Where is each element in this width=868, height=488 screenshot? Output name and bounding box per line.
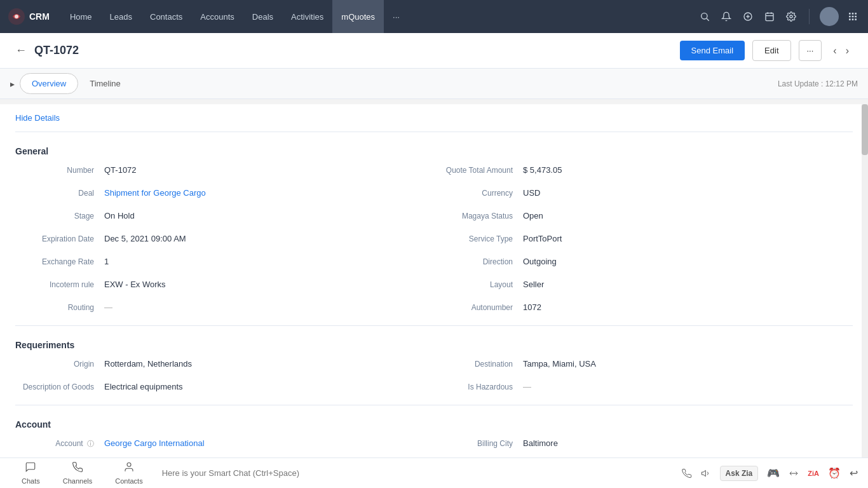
field-is-hazardous: Is Hazardous — bbox=[434, 377, 853, 400]
back-button[interactable]: ← bbox=[15, 44, 27, 57]
layout-label: Layout bbox=[434, 280, 523, 289]
general-section-header: General bbox=[0, 137, 868, 160]
field-currency: Currency USD bbox=[434, 183, 853, 206]
requirements-section-header: Requeriments bbox=[0, 331, 868, 354]
tabs-bar: ▸ Overview Timeline Last Update : 12:12 … bbox=[0, 69, 868, 99]
nav-more[interactable]: ··· bbox=[384, 0, 409, 33]
destination-label: Destination bbox=[434, 359, 523, 369]
tabs-toggle-icon[interactable]: ▸ bbox=[10, 79, 15, 89]
field-account: Account ⓘ George Cargo International bbox=[15, 433, 434, 456]
hide-details-link[interactable]: Hide Details bbox=[15, 113, 60, 123]
field-description-of-goods: Description of Goods Electrical equipmen… bbox=[15, 377, 434, 400]
user-avatar[interactable] bbox=[820, 7, 839, 26]
field-incoterm-rule: Incoterm rule EXW - Ex Works bbox=[15, 274, 434, 297]
is-hazardous-label: Is Hazardous bbox=[434, 382, 523, 391]
number-value: QT-1072 bbox=[104, 165, 137, 175]
last-update-label: Last Update : 12:12 PM bbox=[778, 79, 858, 88]
field-deal: Deal Shipment for George Cargo bbox=[15, 183, 434, 206]
svg-point-11 bbox=[790, 15, 792, 18]
scrollbar-thumb[interactable] bbox=[862, 104, 868, 155]
field-layout: Layout Seller bbox=[434, 274, 853, 297]
grid-icon[interactable] bbox=[845, 9, 860, 24]
field-origin: Origin Rotterdam, Netherlands bbox=[15, 354, 434, 377]
account-label: Account ⓘ bbox=[15, 438, 104, 449]
nav-deals[interactable]: Deals bbox=[243, 0, 282, 33]
svg-rect-7 bbox=[766, 13, 773, 21]
calendar-icon[interactable] bbox=[762, 9, 777, 24]
number-label: Number bbox=[15, 165, 104, 175]
quote-total-amount-value: $ 5,473.05 bbox=[523, 165, 562, 175]
search-icon[interactable] bbox=[697, 9, 712, 24]
svg-rect-12 bbox=[849, 13, 851, 15]
send-email-button[interactable]: Send Email bbox=[680, 41, 745, 60]
bottom-chats[interactable]: Chats bbox=[10, 461, 51, 463]
contacts-bottom-icon bbox=[123, 461, 135, 463]
field-exchange-rate: Exchange Rate 1 bbox=[15, 252, 434, 274]
nav-activities[interactable]: Activities bbox=[282, 0, 332, 33]
billing-city-label: Billing City bbox=[434, 438, 523, 448]
channels-icon bbox=[72, 461, 83, 463]
edit-button[interactable]: Edit bbox=[752, 40, 790, 61]
bottom-contacts[interactable]: Contacts bbox=[104, 461, 154, 463]
field-number: Number QT-1072 bbox=[15, 160, 434, 183]
field-direction: Direction Outgoing bbox=[434, 252, 853, 274]
svg-rect-16 bbox=[852, 16, 854, 18]
svg-rect-17 bbox=[855, 16, 857, 18]
quote-total-amount-label: Quote Total Amount bbox=[434, 165, 523, 175]
requirements-left-col: Origin Rotterdam, Netherlands Descriptio… bbox=[15, 354, 434, 400]
svg-point-1 bbox=[15, 15, 18, 18]
nav-home[interactable]: Home bbox=[61, 0, 101, 33]
destination-value: Tampa, Miami, USA bbox=[523, 359, 596, 369]
add-icon[interactable] bbox=[740, 9, 756, 24]
exchange-rate-label: Exchange Rate bbox=[15, 257, 104, 266]
tab-timeline[interactable]: Timeline bbox=[78, 74, 132, 93]
autonumber-value: 1072 bbox=[523, 302, 541, 312]
routing-value: — bbox=[104, 302, 112, 312]
topnav-right-icons bbox=[697, 7, 860, 26]
main-content: Hide Details General Number QT-1072 Deal… bbox=[0, 104, 868, 463]
record-header: ← QT-1072 Send Email Edit ··· ‹ › bbox=[0, 33, 868, 69]
hide-details-header: Hide Details bbox=[0, 104, 868, 126]
incoterm-rule-label: Incoterm rule bbox=[15, 280, 104, 289]
svg-rect-19 bbox=[852, 18, 854, 20]
notification-icon[interactable] bbox=[719, 9, 734, 24]
bottom-bar: Chats Channels Contacts Ask Zia 🎮 ZiA ⏰ … bbox=[0, 458, 868, 463]
nav-leads[interactable]: Leads bbox=[101, 0, 141, 33]
general-left-col: Number QT-1072 Deal Shipment for George … bbox=[15, 160, 434, 320]
nav-accounts[interactable]: Accounts bbox=[191, 0, 243, 33]
svg-line-3 bbox=[707, 18, 709, 21]
magaya-status-label: Magaya Status bbox=[434, 211, 523, 220]
description-of-goods-label: Description of Goods bbox=[15, 382, 104, 391]
incoterm-rule-value: EXW - Ex Works bbox=[104, 280, 166, 289]
field-magaya-status: Magaya Status Open bbox=[434, 206, 853, 229]
svg-rect-20 bbox=[855, 18, 857, 20]
routing-label: Routing bbox=[15, 302, 104, 312]
nav-contacts[interactable]: Contacts bbox=[141, 0, 191, 33]
record-navigation: ‹ › bbox=[829, 43, 853, 59]
prev-record-button[interactable]: ‹ bbox=[829, 43, 840, 59]
expiration-date-value: Dec 5, 2021 09:00 AM bbox=[104, 234, 186, 243]
field-autonumber: Autonumber 1072 bbox=[434, 297, 853, 320]
magaya-status-value: Open bbox=[523, 211, 543, 220]
more-options-button[interactable]: ··· bbox=[799, 40, 822, 61]
app-logo[interactable]: CRM bbox=[8, 8, 50, 25]
svg-rect-13 bbox=[852, 13, 854, 15]
svg-rect-15 bbox=[849, 16, 851, 18]
account-left-col: Account ⓘ George Cargo International bbox=[15, 433, 434, 456]
requirements-right-col: Destination Tampa, Miami, USA Is Hazardo… bbox=[434, 354, 853, 400]
scrollbar-track[interactable] bbox=[862, 104, 868, 463]
bottom-channels[interactable]: Channels bbox=[51, 461, 104, 463]
general-right-col: Quote Total Amount $ 5,473.05 Currency U… bbox=[434, 160, 853, 320]
account-section-title: Account bbox=[15, 419, 51, 430]
requirements-section-title: Requeriments bbox=[15, 340, 74, 350]
nav-mquotes[interactable]: mQuotes bbox=[332, 0, 384, 33]
origin-label: Origin bbox=[15, 359, 104, 369]
account-value[interactable]: George Cargo International bbox=[104, 438, 205, 448]
general-section-title: General bbox=[15, 146, 48, 156]
is-hazardous-value: — bbox=[523, 382, 531, 391]
settings-icon[interactable] bbox=[783, 9, 799, 24]
next-record-button[interactable]: › bbox=[842, 43, 853, 59]
deal-value[interactable]: Shipment for George Cargo bbox=[104, 188, 206, 198]
svg-point-2 bbox=[702, 13, 707, 19]
tab-overview[interactable]: Overview bbox=[20, 73, 78, 94]
